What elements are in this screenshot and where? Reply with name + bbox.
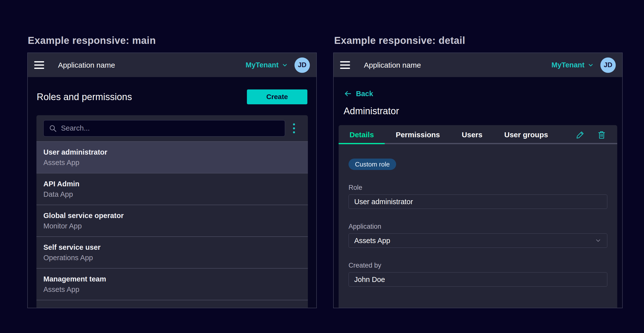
application-select[interactable]: Assets App — [348, 233, 607, 248]
list-item[interactable]: User administrator Assets App — [36, 142, 308, 173]
tenant-name: MyTenant — [552, 61, 584, 69]
search-input[interactable] — [60, 124, 280, 133]
app-title: Application name — [58, 61, 115, 69]
main-view-card: Application name MyTenant JD Roles and p… — [27, 52, 317, 308]
chevron-down-icon — [595, 237, 602, 244]
menu-button[interactable] — [340, 61, 350, 69]
search-box[interactable] — [44, 120, 285, 136]
tab-users[interactable]: Users — [451, 125, 493, 144]
tenant-selector[interactable]: MyTenant — [246, 61, 288, 69]
detail-title: Administrator — [344, 106, 612, 116]
field-label: Application — [348, 223, 607, 230]
chevron-down-icon — [282, 62, 288, 68]
roles-list-panel: User administrator Assets App API Admin … — [36, 115, 308, 308]
created-by-input[interactable] — [348, 272, 607, 287]
list-item[interactable]: Management team Assets App — [36, 269, 308, 300]
delete-button[interactable] — [597, 130, 606, 139]
hamburger-icon — [34, 61, 44, 62]
app-title: Application name — [364, 61, 421, 69]
app-header: Application name MyTenant JD — [334, 53, 622, 77]
trash-icon — [597, 130, 606, 139]
field-label: Created by — [348, 262, 607, 269]
list-item[interactable]: Machine user administrator — [36, 300, 308, 308]
role-title: Global service operator — [44, 211, 301, 220]
search-row — [36, 115, 308, 142]
role-subtitle: Data App — [44, 190, 301, 199]
role-subtitle: Operations App — [44, 253, 301, 262]
detail-view-card: Application name MyTenant JD Back Admini… — [333, 52, 623, 308]
app-header: Application name MyTenant JD — [28, 53, 316, 77]
detail-tab-panel: Details Permissions Users User groups Cu… — [338, 125, 617, 308]
tab-permissions[interactable]: Permissions — [385, 125, 451, 144]
details-tab-content: Custom role Role Application Assets App … — [338, 144, 617, 287]
edit-button[interactable] — [576, 130, 585, 139]
arrow-left-icon — [344, 89, 352, 98]
role-title: Self service user — [44, 243, 301, 252]
right-panel-heading: Example responsive: detail — [334, 35, 465, 46]
list-item[interactable]: Global service operator Monitor App — [36, 205, 308, 237]
chevron-down-icon — [588, 62, 594, 68]
role-title: API Admin — [44, 179, 301, 188]
application-field-group: Application Assets App — [348, 223, 607, 248]
hamburger-icon — [340, 61, 350, 62]
avatar[interactable]: JD — [600, 57, 616, 73]
role-subtitle: Assets App — [44, 158, 301, 167]
page-title: Roles and permissions — [37, 92, 132, 102]
role-title: User administrator — [44, 148, 301, 157]
role-subtitle: Assets App — [44, 285, 301, 294]
role-title: Machine user administrator — [44, 306, 301, 308]
search-icon — [48, 124, 57, 133]
pencil-icon — [576, 130, 585, 139]
tabs-row: Details Permissions Users User groups — [338, 125, 617, 144]
avatar[interactable]: JD — [294, 57, 310, 73]
tenant-name: MyTenant — [246, 61, 278, 69]
role-title: Management team — [44, 275, 301, 284]
list-item[interactable]: API Admin Data App — [36, 173, 308, 205]
field-label: Role — [348, 184, 607, 192]
kebab-menu-icon[interactable] — [287, 120, 301, 136]
role-input[interactable] — [348, 195, 607, 209]
role-field-group: Role — [348, 184, 607, 209]
menu-button[interactable] — [34, 61, 44, 69]
back-button[interactable]: Back — [344, 89, 373, 98]
tenant-selector[interactable]: MyTenant — [552, 61, 594, 69]
back-label: Back — [356, 90, 373, 98]
created-by-field-group: Created by — [348, 262, 607, 287]
left-panel-heading: Example responsive: main — [28, 35, 156, 46]
tab-user-groups[interactable]: User groups — [493, 125, 559, 144]
list-item[interactable]: Self service user Operations App — [36, 237, 308, 269]
create-button[interactable]: Create — [247, 89, 307, 104]
tab-details[interactable]: Details — [338, 125, 385, 144]
select-value: Assets App — [354, 237, 390, 245]
custom-role-badge: Custom role — [348, 159, 396, 170]
role-subtitle: Monitor App — [44, 222, 301, 230]
